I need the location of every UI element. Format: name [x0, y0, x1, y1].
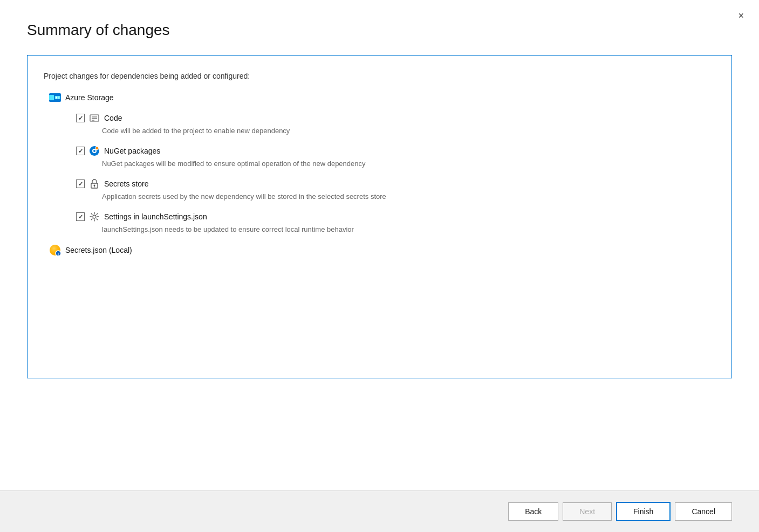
svg-text:i: i — [58, 252, 59, 256]
code-checkbox[interactable] — [76, 114, 85, 122]
settings-label: Settings in launchSettings.json — [104, 212, 207, 221]
settings-header: Settings in launchSettings.json — [76, 211, 715, 222]
secrets-json-icon: i — [49, 244, 61, 256]
secrets-store-item: Secrets store Application secrets used b… — [76, 178, 715, 201]
dialog-body: Project changes for dependencies being a… — [0, 50, 759, 490]
cancel-button[interactable]: Cancel — [675, 502, 732, 521]
secrets-store-header: Secrets store — [76, 178, 715, 189]
finish-button[interactable]: Finish — [616, 502, 671, 521]
azure-storage-item: Azure Storage — [49, 93, 715, 102]
nuget-item: NuGet packages NuGet packages will be mo… — [76, 146, 715, 168]
secrets-store-label: Secrets store — [104, 179, 148, 188]
nuget-checkbox[interactable] — [76, 147, 85, 155]
settings-item: Settings in launchSettings.json launchSe… — [76, 211, 715, 233]
svg-point-12 — [95, 147, 99, 150]
settings-description: launchSettings.json needs to be updated … — [102, 225, 715, 233]
azure-storage-icon — [49, 93, 61, 102]
settings-icon — [89, 211, 100, 222]
code-label: Code — [104, 114, 122, 122]
nuget-header: NuGet packages — [76, 146, 715, 156]
nuget-label: NuGet packages — [104, 147, 160, 155]
azure-storage-label: Azure Storage — [65, 93, 114, 102]
summary-dialog: × Summary of changes Project changes for… — [0, 0, 759, 532]
back-button[interactable]: Back — [508, 502, 558, 521]
svg-point-14 — [94, 185, 95, 186]
settings-checkbox[interactable] — [76, 212, 85, 221]
svg-rect-2 — [56, 96, 57, 99]
dialog-header: Summary of changes — [0, 0, 759, 50]
secrets-json-item: i Secrets.json (Local) — [49, 244, 715, 256]
next-button[interactable]: Next — [563, 502, 612, 521]
nuget-description: NuGet packages will be modified to ensur… — [102, 160, 715, 168]
changes-intro: Project changes for dependencies being a… — [44, 72, 715, 80]
svg-rect-3 — [58, 96, 59, 98]
lock-icon — [89, 178, 100, 189]
dialog-footer: Back Next Finish Cancel — [0, 490, 759, 532]
secrets-store-checkbox[interactable] — [76, 179, 85, 188]
code-description: Code will be added to the project to ena… — [102, 127, 715, 135]
nuget-icon — [89, 146, 100, 156]
secrets-json-label: Secrets.json (Local) — [65, 246, 132, 254]
svg-point-16 — [93, 215, 96, 218]
secrets-store-description: Application secrets used by the new depe… — [102, 192, 715, 201]
close-button[interactable]: × — [734, 9, 748, 23]
svg-point-11 — [93, 150, 95, 152]
code-header: Code — [76, 113, 715, 123]
azure-storage-svg — [54, 93, 61, 102]
changes-box: Project changes for dependencies being a… — [27, 55, 732, 378]
dialog-title: Summary of changes — [27, 22, 732, 39]
svg-rect-4 — [58, 98, 59, 99]
tree-children: Code Code will be added to the project t… — [76, 113, 715, 233]
code-icon — [89, 113, 100, 123]
code-item: Code Code will be added to the project t… — [76, 113, 715, 135]
